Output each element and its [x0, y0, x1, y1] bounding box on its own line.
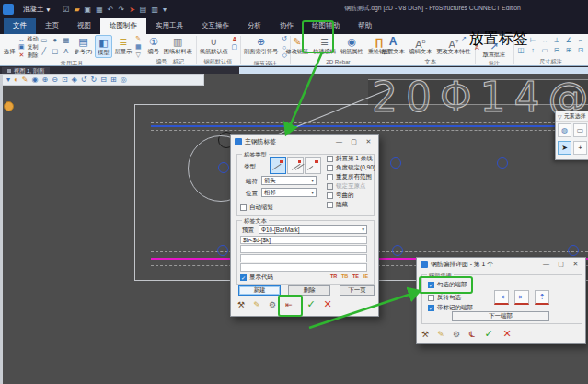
dim-tool-11-icon[interactable]: ⊞ [563, 46, 574, 55]
dim-tool-6-icon[interactable]: ⌐ [575, 36, 586, 45]
line-tool-icon[interactable]: ╱ [39, 46, 49, 56]
repeat-all-ranges-checkbox[interactable]: 重复所有范围 [327, 173, 372, 181]
tab-utilities[interactable]: 实用工具 [146, 18, 192, 34]
detail-numbering-pen-icon[interactable]: ✎ [434, 328, 447, 341]
edit-text-button[interactable]: AB 编辑文本 [408, 35, 434, 56]
dim-tool-5-icon[interactable]: ∠ [563, 36, 574, 45]
position-dropdown[interactable]: 相邻 ▾ [261, 188, 317, 197]
detail-tool-settings-icon[interactable]: ⚒ [419, 328, 432, 341]
preset-dropdown[interactable]: Φ10-[BarMark] ▾ [259, 225, 367, 234]
delete-button[interactable]: ✕ 删除 [17, 52, 38, 59]
doc-icon[interactable]: ▢ [231, 43, 238, 51]
show-code-checkbox[interactable]: ✓显示代码 [240, 273, 273, 282]
select-button[interactable]: 选择 [2, 35, 17, 56]
maximize-button[interactable]: ▢ [348, 138, 360, 145]
more-icon[interactable]: ▾ [163, 6, 167, 14]
label-format-input[interactable]: $b<$d-[$k] [240, 236, 367, 244]
label-line4-input[interactable] [240, 263, 367, 272]
open-folder-icon[interactable]: ▰ [74, 6, 79, 14]
undo-icon[interactable]: ↶ [108, 6, 114, 14]
next-view-icon[interactable]: ⊞ [110, 75, 117, 85]
shape-tool-icon[interactable]: ▢ [50, 46, 60, 56]
brush-icon[interactable]: ✎ [22, 75, 29, 85]
format-style-2-icon[interactable]: TB [341, 273, 348, 279]
detail-stamp-settings-icon[interactable]: ⚙ [450, 328, 463, 341]
tab-home[interactable]: 主页 [36, 18, 68, 34]
copy-button[interactable]: ▣ 复制 [17, 43, 38, 51]
label-line2-input[interactable] [240, 245, 367, 253]
rebar-props-button[interactable]: ◉ 钢筋属性 [339, 35, 365, 56]
detail-dialog-title-bar[interactable]: 钢筋编排详图 - 第 1 个 — ▢ ✕ [417, 258, 585, 270]
end-symbol-dropdown[interactable]: 箭头 ▾ [261, 176, 317, 185]
text-tool-icon[interactable]: A [61, 46, 71, 56]
references-button[interactable]: ▤ 参考(7) [72, 35, 94, 56]
display-style-icon[interactable]: ▾ [6, 75, 10, 85]
end-style-1-icon[interactable]: ⇥ [494, 290, 509, 305]
dim-tool-1-icon[interactable]: ⊣ [515, 36, 526, 45]
cube-icon[interactable]: ▦ [134, 43, 142, 51]
save-all-icon[interactable]: ▦ [96, 6, 103, 14]
cancel-icon[interactable]: ✕ [321, 297, 334, 310]
next-end-button[interactable]: 下一端部 [452, 311, 549, 321]
detail-minimize-button[interactable]: — [540, 261, 552, 267]
select-individual-mode[interactable]: ➤ [558, 141, 571, 155]
hatch-tool-icon[interactable]: ● [50, 35, 60, 45]
dim-tool-2-icon[interactable]: ⊢ [527, 36, 538, 45]
redo-icon[interactable]: ↷ [118, 6, 124, 14]
tab-help[interactable]: 帮助 [349, 18, 381, 34]
paint-icon[interactable]: ✎ [134, 35, 142, 42]
app-icon[interactable] [3, 4, 14, 15]
select-rect-mode[interactable]: ▭ [573, 123, 587, 137]
numbering-pen-icon[interactable]: ✎ [250, 298, 263, 311]
type-leader-flag-option[interactable] [270, 157, 286, 174]
linebar-defaults-button[interactable]: ∪ 线筋默认值 [198, 35, 230, 56]
new-button[interactable]: 新建 [238, 285, 281, 296]
window-area-icon[interactable]: ⊡ [62, 75, 68, 85]
type-short-leader-option[interactable] [305, 157, 321, 174]
select-fence-mode[interactable]: ◍ [558, 123, 571, 137]
place-text-button[interactable]: A 放置文本 [380, 35, 407, 56]
tool-settings-icon[interactable]: ⚒ [235, 298, 248, 311]
rotate-left-icon[interactable]: ↺ [81, 75, 87, 85]
dim-tool-12-icon[interactable]: ⊡ [575, 46, 586, 55]
filter-icon[interactable]: ▽ [134, 52, 142, 59]
curved-checkbox[interactable]: 弯曲的 [327, 192, 354, 200]
centerline-icon[interactable]: ℄ [466, 328, 478, 341]
zoom-out-icon[interactable]: ⊖ [52, 75, 58, 85]
tab-file[interactable]: 文件 [4, 18, 36, 34]
cell-tool-icon[interactable]: ▦ [61, 35, 71, 45]
select-add-mode[interactable]: + [573, 141, 587, 155]
save-icon[interactable]: ▣ [85, 6, 92, 14]
numbering-button[interactable]: ① 编号 [145, 35, 160, 56]
sheet-bom-button[interactable]: ▥ 图纸材料表 [162, 35, 194, 56]
detail-maximize-button[interactable]: ▢ [555, 261, 567, 268]
detail-close-button[interactable]: ✕ [570, 261, 582, 268]
zoom-in-icon[interactable]: ⊕ [42, 75, 49, 85]
dim-tool-10-icon[interactable]: ⊟ [551, 46, 562, 55]
auto-shorten-checkbox[interactable]: 自动缩短 [240, 204, 273, 212]
tab-analysis[interactable]: 分析 [238, 18, 271, 34]
fence-tool-icon[interactable]: ▭ [39, 35, 49, 45]
next-page-button[interactable]: 下一页 [340, 285, 375, 296]
end-style-2-icon[interactable]: ⇤ [514, 290, 529, 305]
view-attr-icon[interactable]: ◉ [32, 75, 39, 85]
models-button[interactable]: ◧ 模型 [95, 35, 111, 58]
pin-icon[interactable]: ➤ [129, 6, 135, 14]
invert-check-checkbox[interactable]: 反转勾选 [428, 294, 461, 302]
tab-view[interactable]: 视图 [68, 18, 100, 34]
angle-lock-checkbox[interactable]: 角度锁定(0,90) [327, 164, 375, 172]
copy-view-icon[interactable]: ◎ [121, 75, 127, 85]
close-button[interactable]: ✕ [363, 138, 375, 145]
section-callout-button[interactable]: ⊕ 剖面索引符号 [242, 35, 280, 56]
format-style-4-icon[interactable]: IE [363, 273, 368, 279]
dialog-title-bar[interactable]: 主钢筋标签 — ▢ ✕ [231, 135, 378, 147]
detail-ok-icon[interactable]: ✓ [482, 327, 495, 340]
print-icon[interactable]: ▤ [140, 6, 147, 14]
brightness-icon[interactable]: ◐ [14, 75, 18, 85]
label-line3-input[interactable] [240, 254, 367, 262]
workflow-selector[interactable]: 混凝土 ▾ [17, 3, 55, 16]
prev-view-icon[interactable]: ⊟ [100, 75, 107, 85]
end-style-3-icon[interactable]: ⇡ [535, 290, 549, 305]
detail-cancel-icon[interactable]: ✕ [501, 327, 513, 340]
format-style-1-icon[interactable]: TR [330, 273, 337, 279]
